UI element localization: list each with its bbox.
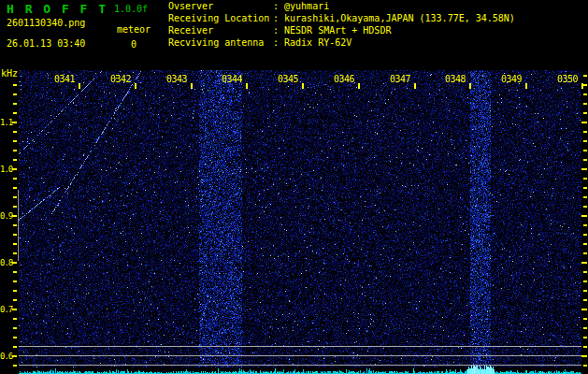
info-row: Receiving Location:kurashiki,Okayama,JAP… [168, 14, 515, 23]
info-value: NESDR SMArt + HDSDR [284, 25, 391, 36]
output-filename: 2601130340.png [7, 19, 85, 28]
y-axis-major-tick-right [581, 168, 587, 170]
y-axis-minor-tick [13, 103, 17, 105]
info-value: @yuhmari [284, 1, 329, 11]
y-axis-label: 0.8 [0, 259, 12, 267]
y-axis-label: 0.6 [0, 352, 12, 361]
x-axis-tick [469, 83, 471, 89]
info-label: Recviving antenna [168, 38, 273, 48]
y-axis-minor-tick-right [583, 103, 587, 105]
y-axis-minor-tick [13, 252, 17, 254]
y-axis-minor-tick [13, 271, 17, 273]
y-axis-minor-tick-right [583, 150, 587, 151]
info-value: Radix RY-62V [284, 37, 351, 48]
info-label: Receiver [168, 26, 273, 36]
info-value: kurashiki,Okayama,JAPAN (133.77E, 34.58N… [284, 13, 515, 23]
x-axis-tick [358, 83, 360, 89]
y-axis-minor-tick-right [583, 271, 587, 273]
y-axis-minor-tick-right [583, 187, 587, 189]
info-row: Ovserver:@yuhmari [168, 2, 329, 11]
y-axis-minor-tick-right [583, 365, 587, 367]
x-axis-label: 0342 [107, 75, 131, 84]
y-axis-unit-label: kHz [1, 69, 18, 79]
y-axis-minor-tick [13, 131, 17, 133]
x-axis-label: 0347 [386, 75, 410, 84]
x-axis-label: 0341 [50, 75, 75, 84]
y-axis-minor-tick [13, 299, 17, 301]
meteor-count: 0 [131, 40, 136, 50]
horizontal-reference-line [19, 346, 581, 347]
x-axis-tick [135, 83, 136, 89]
y-axis-label: 0.7 [0, 306, 12, 314]
y-axis-major-tick-right [581, 262, 587, 264]
info-label: Receiving Location [168, 14, 273, 23]
y-axis-minor-tick-right [583, 290, 587, 292]
app-version: 1.0.0f [114, 5, 148, 14]
y-axis-major-tick-right [581, 215, 587, 217]
y-axis-minor-tick-right [583, 346, 587, 348]
app-title: H R O F F T [7, 3, 108, 15]
y-axis-major-tick [12, 262, 17, 264]
y-axis-minor-tick-right [583, 140, 587, 142]
observation-datetime: 26.01.13 03:40 [7, 39, 85, 49]
y-axis-minor-tick [13, 112, 17, 114]
x-axis-tick [79, 83, 80, 89]
x-axis-label: 0349 [497, 75, 522, 84]
y-axis-label: 1.1 [0, 119, 12, 127]
y-axis-minor-tick-right [583, 178, 587, 180]
y-axis-label: 1.0 [0, 165, 12, 174]
y-axis-minor-tick-right [583, 84, 587, 86]
y-axis-major-tick [12, 309, 17, 310]
x-axis-tick [246, 83, 248, 89]
y-axis-minor-tick [13, 318, 17, 320]
y-axis-minor-tick-right [583, 94, 587, 95]
vertical-marker-line [18, 190, 19, 261]
y-axis-minor-tick-right [583, 75, 587, 77]
y-axis-minor-tick-right [583, 318, 587, 320]
x-axis-tick [302, 83, 304, 89]
info-sep: : [273, 1, 279, 11]
x-axis-label: 0348 [441, 75, 466, 84]
x-axis-label: 0350 [553, 75, 578, 84]
y-axis-major-tick [12, 122, 17, 123]
y-axis-major-tick [12, 355, 17, 357]
y-axis-minor-tick [13, 365, 17, 367]
x-axis-label: 0345 [274, 75, 298, 84]
y-axis-minor-tick-right [583, 280, 587, 282]
y-axis-minor-tick [13, 224, 17, 226]
y-axis-minor-tick-right [583, 299, 587, 301]
y-axis-minor-tick [13, 178, 17, 180]
y-axis-minor-tick-right [583, 196, 587, 198]
hrofft-output: H R O F F T 1.0.0f 2601130340.png meteor… [0, 0, 588, 374]
horizontal-reference-line [19, 365, 581, 366]
y-axis-minor-tick [13, 243, 17, 245]
info-row: Receiver:NESDR SMArt + HDSDR [168, 26, 391, 36]
y-axis-minor-tick [13, 196, 17, 198]
info-sep: : [273, 37, 279, 48]
x-axis-label: 0344 [218, 75, 242, 84]
spectrogram-canvas [19, 70, 581, 374]
y-axis-major-tick-right [581, 355, 587, 357]
y-axis-minor-tick [13, 187, 17, 189]
y-axis-minor-tick-right [583, 206, 587, 208]
y-axis-major-tick-right [581, 309, 587, 310]
x-axis-tick [191, 83, 193, 89]
y-axis-minor-tick [13, 337, 17, 338]
horizontal-reference-line [19, 355, 581, 356]
y-axis-minor-tick [13, 140, 17, 142]
x-axis-label: 0343 [163, 75, 187, 84]
y-axis-minor-tick-right [583, 159, 587, 161]
y-axis-minor-tick-right [583, 243, 587, 245]
y-axis-minor-tick [13, 94, 17, 95]
y-axis-minor-tick-right [583, 131, 587, 133]
meteor-mode-label: meteor [117, 25, 151, 35]
y-axis-minor-tick [13, 84, 17, 86]
y-axis-major-tick [12, 168, 17, 170]
y-axis-minor-tick [13, 290, 17, 292]
info-sep: : [273, 13, 279, 23]
info-sep: : [273, 25, 279, 36]
y-axis-minor-tick [13, 280, 17, 282]
y-axis-minor-tick-right [583, 224, 587, 226]
y-axis-minor-tick [13, 150, 17, 151]
y-axis-minor-tick [13, 346, 17, 348]
